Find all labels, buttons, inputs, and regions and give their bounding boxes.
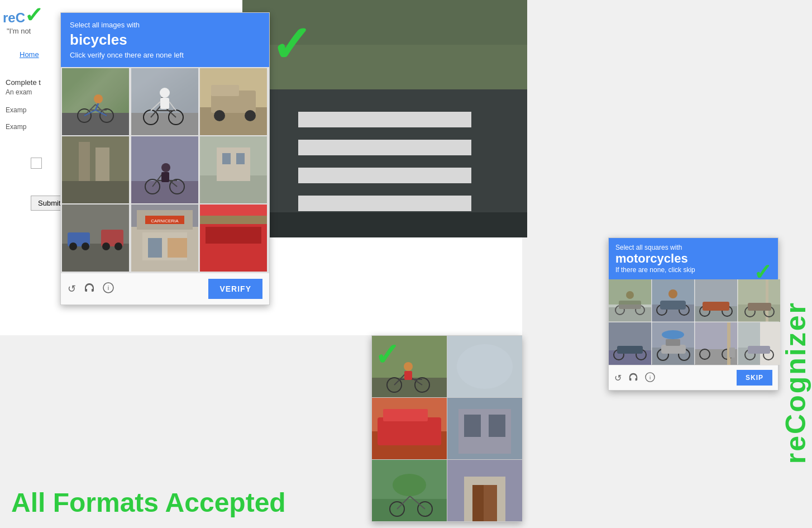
svg-point-53 [102, 242, 110, 250]
svg-point-54 [114, 242, 122, 250]
svg-point-28 [245, 110, 256, 121]
svg-rect-12 [131, 113, 198, 135]
grid-cell-9[interactable] [200, 204, 267, 272]
svg-rect-124 [760, 322, 780, 365]
skip-button[interactable]: SKIP [737, 370, 772, 386]
svg-rect-26 [211, 85, 239, 96]
grid-cell-8[interactable]: CARNICERIA [131, 204, 198, 272]
scene-7 [62, 204, 129, 272]
select-all-text: Select all images with [70, 21, 260, 29]
svg-rect-34 [131, 181, 198, 203]
grid-cell-7[interactable] [62, 204, 129, 272]
logo-checkmark: ✓ [24, 3, 44, 27]
widget-footer: ↺ i VERIFY [61, 273, 269, 305]
page-line-1: Complete t [6, 78, 41, 87]
grid-cell-2[interactable] [131, 68, 198, 135]
svg-rect-91 [660, 301, 686, 310]
page-line-3: Examp [6, 106, 26, 114]
scene-4 [62, 136, 129, 203]
moto-cell-8[interactable] [738, 322, 780, 365]
moto-refresh-icon[interactable]: ↺ [614, 373, 622, 383]
moto-check: ✓ [753, 259, 772, 285]
svg-rect-154 [489, 415, 505, 437]
svg-rect-44 [217, 148, 250, 181]
svg-rect-142 [404, 371, 412, 380]
grid-cell-1[interactable] [62, 68, 129, 135]
moto-img-6 [652, 322, 694, 365]
svg-rect-114 [666, 339, 680, 346]
verify-button[interactable]: VERIFY [208, 279, 262, 299]
svg-rect-77 [242, 212, 527, 237]
moto-cell-7[interactable] [695, 322, 737, 365]
grid-cell-6[interactable] [200, 136, 267, 203]
crosswalk-checkmark: ✓ [270, 20, 312, 70]
moto-subject: motorcycles [615, 251, 771, 266]
moto-cell-3[interactable] [695, 279, 737, 322]
bicy-cell-6[interactable] [447, 460, 522, 521]
footer-icons: ↺ i [68, 282, 114, 296]
moto-audio-icon[interactable] [628, 372, 638, 384]
home-link[interactable]: Home [20, 50, 39, 59]
svg-point-19 [160, 88, 170, 98]
svg-point-141 [404, 362, 413, 371]
moto-info-icon[interactable]: i [645, 372, 655, 384]
svg-rect-74 [298, 168, 471, 183]
info-icon[interactable]: i [103, 282, 114, 296]
bottom-text: All Formats Accepted [11, 487, 286, 518]
recognizer-text: reCognizer [780, 301, 812, 464]
checkbox[interactable] [31, 158, 42, 169]
svg-rect-75 [298, 196, 471, 211]
moto-cell-6[interactable] [652, 322, 694, 365]
svg-point-115 [662, 330, 684, 339]
svg-point-92 [668, 289, 677, 298]
svg-rect-86 [609, 279, 651, 305]
recaptcha-widget: Select all images with bicycles Click ve… [60, 12, 270, 305]
svg-rect-156 [372, 499, 447, 521]
scene-3 [200, 68, 267, 135]
svg-rect-166 [472, 485, 484, 521]
moto-cell-1[interactable] [609, 279, 651, 322]
grid-cell-3[interactable] [200, 68, 267, 135]
moto-img-8 [738, 322, 780, 365]
grid-cell-5[interactable] [131, 136, 198, 203]
moto-recaptcha-widget: Select all squares with motorcycles If t… [608, 237, 778, 391]
moto-img-1 [609, 279, 651, 322]
bicy-img-3 [372, 398, 447, 459]
moto-headphones-svg [628, 372, 638, 382]
bicy-img-2 [447, 336, 522, 397]
refresh-icon[interactable]: ↺ [68, 283, 76, 295]
bicycle-figure-2 [131, 68, 198, 135]
svg-rect-113 [661, 345, 686, 354]
bicy-cell-4[interactable] [447, 398, 522, 459]
bicy-cell-3[interactable] [372, 398, 447, 459]
bicy-cell-5[interactable] [372, 460, 447, 521]
recognizer-area: reCognizer [780, 237, 812, 528]
svg-rect-148 [378, 417, 441, 445]
svg-rect-149 [383, 409, 428, 421]
grid-cell-4[interactable] [62, 136, 129, 203]
audio-icon[interactable] [84, 282, 95, 296]
svg-rect-103 [748, 303, 771, 311]
bicy-cell-2[interactable] [447, 336, 522, 397]
recaptcha-logo: reC✓ [3, 3, 43, 27]
moto-select-text: Select all squares with [615, 244, 771, 251]
bicy-img-4 [447, 398, 522, 459]
svg-text:CARNICERIA: CARNICERIA [151, 218, 179, 223]
moto-cell-2[interactable] [652, 279, 694, 322]
moto-cell-5[interactable] [609, 322, 651, 365]
bicycle-figure-1 [62, 68, 129, 135]
bicy-img-6 [447, 460, 522, 521]
svg-rect-120 [727, 322, 730, 365]
moto-cell-4[interactable] [738, 279, 780, 322]
moto-img-2 [652, 279, 694, 322]
bicy-img-5 [372, 460, 447, 521]
svg-rect-60 [168, 238, 187, 258]
page-line-4: Examp [6, 123, 26, 131]
svg-rect-45 [222, 153, 231, 164]
svg-rect-127 [748, 346, 770, 354]
svg-point-51 [69, 242, 77, 250]
svg-rect-67 [200, 216, 267, 224]
not-robot-text: "I'm not [7, 27, 31, 35]
captcha-subject: bicycles [70, 31, 260, 49]
svg-rect-41 [161, 172, 169, 182]
